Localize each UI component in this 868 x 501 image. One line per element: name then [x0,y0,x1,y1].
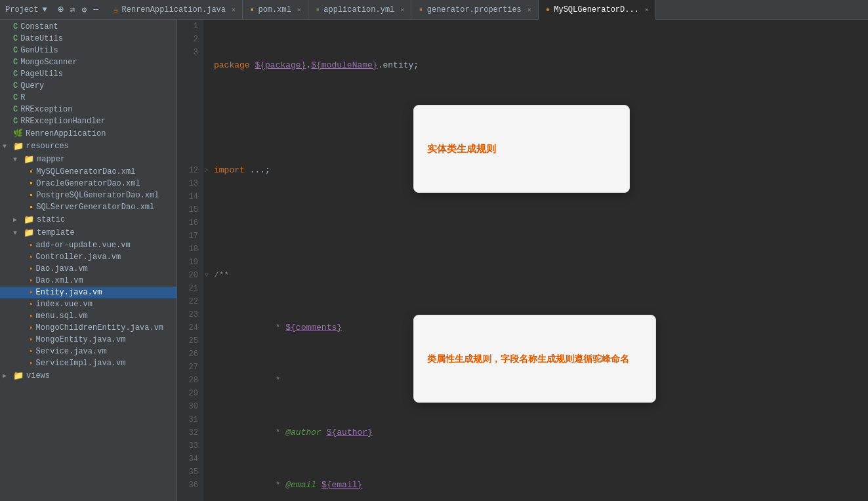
sidebar-item-rrexception[interactable]: C RRException [0,104,176,115]
sidebar-item-constant[interactable]: C Constant [0,21,176,33]
main-layout: C Constant C DateUtils C GenUtils C Mong… [0,20,868,501]
split-icon[interactable]: ⇄ [70,5,75,15]
code-line-1: package ${package}.${moduleName}.entity; [214,59,858,72]
tab-label: pom.xml [258,5,291,14]
class-icon: C [13,34,18,43]
sidebar-item-entity-java-vm[interactable]: ▪ Entity.java.vm [0,287,176,298]
sidebar-item-dao-java-vm[interactable]: ▪ Dao.java.vm [0,263,176,275]
xml-file-icon: ▪ [29,191,33,200]
sidebar-item-mongochildrenentity-java-vm[interactable]: ▪ MongoChildrenEntity.java.vm [0,322,176,334]
sidebar-item-menu-sql-vm[interactable]: ▪ menu.sql.vm [0,310,176,322]
sidebar-item-genutils[interactable]: C GenUtils [0,45,176,56]
renren-icon: 🌿 [13,129,23,138]
properties-icon: ▪ [418,5,423,15]
sidebar-item-pageutils[interactable]: C PageUtils [0,68,176,80]
class-icon: C [13,46,18,55]
xml-file-icon: ▪ [29,179,33,188]
tab-generator-properties[interactable]: ▪ generator.properties ✕ [411,0,538,20]
code-line-13: ▽ /** [214,269,858,282]
class-icon: C [13,93,18,102]
tab-close-icon[interactable]: ✕ [400,6,404,14]
gear-icon[interactable]: ⚙ [81,5,87,15]
tab-close-icon[interactable]: ✕ [232,6,236,14]
vm-file-icon: ▪ [29,336,33,344]
class-icon: C [13,105,18,114]
tab-renren-application[interactable]: ☕ RenrenApplication.java ✕ [106,0,243,20]
arrow-down-icon: ▼ [13,156,21,163]
java-icon: ☕ [113,4,118,15]
tab-label: MySQLGeneratorD... [554,5,639,14]
sidebar-item-mongoscanner[interactable]: C MongoScanner [0,56,176,68]
sidebar-item-rrexceptionhandler[interactable]: C RRExceptionHandler [0,115,176,127]
class-icon: C [13,117,18,126]
tab-label: RenrenApplication.java [122,5,226,14]
sidebar-item-mapper[interactable]: ▼ 📁 mapper [0,153,176,166]
arrow-right-icon: ▶ [13,216,21,224]
sidebar-item-index-vue-vm[interactable]: ▪ index.vue.vm [0,298,176,310]
sidebar-item-sqlservergeneratordao-xml[interactable]: ▪ SQLServerGeneratorDao.xml [0,201,176,213]
sidebar-item-dao-xml-vm[interactable]: ▪ Dao.xml.vm [0,275,176,287]
entity-rule-title: 实体类生成规则 [427,142,616,155]
vm-file-icon: ▪ [29,253,33,261]
sidebar-item-r[interactable]: C R [0,92,176,104]
sidebar-item-controller-java-vm[interactable]: ▪ Controller.java.vm [0,251,176,263]
project-label: Project [5,5,38,14]
sidebar-item-service-java-vm[interactable]: ▪ Service.java.vm [0,346,176,357]
folder-icon: 📁 [13,141,24,151]
field-rule-popup: 类属性生成规则，字段名称生成规则遵循驼峰命名 [413,315,656,403]
editor-area: 1 2 3 4 5 6 7 8 9 10 11 12 13 14 15 16 1… [177,20,868,501]
sidebar-panel: C Constant C DateUtils C GenUtils C Mong… [0,20,177,501]
sidebar-item-static[interactable]: ▶ 📁 static [0,213,176,226]
sidebar-item-oraclegeneratordao-xml[interactable]: ▪ OracleGeneratorDao.xml [0,178,176,190]
arrow-down-icon: ▼ [13,230,21,237]
tab-mysql-generator[interactable]: ▪ MySQLGeneratorD... ✕ [539,0,656,20]
sidebar-item-dateutils[interactable]: C DateUtils [0,33,176,45]
xml-icon: ▪ [545,5,550,15]
vm-file-icon: ▪ [29,348,33,355]
xml-icon: ▪ [249,5,255,15]
yml-icon: ▪ [315,5,320,15]
sidebar-item-mysqlgeneratordao-xml[interactable]: ▪ MySQLGeneratorDao.xml [0,166,176,178]
class-icon: C [13,81,18,90]
sidebar-item-mongoentity-java-vm[interactable]: ▪ MongoEntity.java.vm [0,334,176,346]
vm-file-icon: ▪ [29,265,33,273]
sidebar-item-resources[interactable]: ▼ 📁 resources [0,140,176,153]
title-bar: Project ▼ ⊕ ⇄ ⚙ — ☕ RenrenApplication.ja… [0,0,868,20]
entity-rule-popup: 实体类生成规则 [413,105,630,193]
class-icon: C [13,22,18,31]
folder-icon: 📁 [24,154,34,165]
code-line-17: * @email ${email} [214,479,858,492]
tab-close-icon[interactable]: ✕ [645,6,649,14]
class-icon: C [13,70,18,79]
minimize-icon[interactable]: — [93,5,98,14]
arrow-right-icon: ▶ [3,372,10,380]
sidebar-item-serviceimpl-java-vm[interactable]: ▪ ServiceImpl.java.vm [0,357,176,369]
tab-application-yml[interactable]: ▪ application.yml ✕ [308,0,411,20]
folder-icon: 📁 [24,214,34,225]
tab-close-icon[interactable]: ✕ [297,6,301,14]
xml-file-icon: ▪ [29,167,33,176]
tab-close-icon[interactable]: ✕ [527,6,531,14]
add-icon[interactable]: ⊕ [58,3,64,16]
vm-file-icon: ▪ [29,241,33,249]
project-panel-header[interactable]: Project ▼ [5,5,47,14]
field-rule-title: 类属性生成规则，字段名称生成规则遵循驼峰命名 [427,352,642,365]
sidebar-item-postgresqlgeneratordao-xml[interactable]: ▪ PostgreSQLGeneratorDao.xml [0,190,176,201]
sidebar-item-template[interactable]: ▼ 📁 template [0,226,176,239]
sidebar-tree: C Constant C DateUtils C GenUtils C Mong… [0,20,176,382]
line-numbers: 1 2 3 4 5 6 7 8 9 10 11 12 13 14 15 16 1… [177,20,203,501]
sidebar-item-add-or-update-vue-vm[interactable]: ▪ add-or-update.vue.vm [0,239,176,251]
code-content[interactable]: package ${package}.${moduleName}.entity;… [203,20,868,501]
code-line-12 [214,216,858,230]
dropdown-icon[interactable]: ▼ [42,5,47,14]
xml-file-icon: ▪ [29,203,33,212]
code-editor[interactable]: 1 2 3 4 5 6 7 8 9 10 11 12 13 14 15 16 1… [177,20,868,501]
vm-file-icon: ▪ [29,289,33,296]
sidebar-item-views[interactable]: ▶ 📁 views [0,369,176,382]
code-line-16: * @author ${author} [214,426,858,439]
tab-label: application.yml [323,5,394,14]
sidebar-item-query[interactable]: C Query [0,80,176,92]
tab-pom-xml[interactable]: ▪ pom.xml ✕ [243,0,308,20]
vm-file-icon: ▪ [29,277,33,285]
sidebar-item-renrenapplication[interactable]: 🌿 RenrenApplication [0,127,176,140]
